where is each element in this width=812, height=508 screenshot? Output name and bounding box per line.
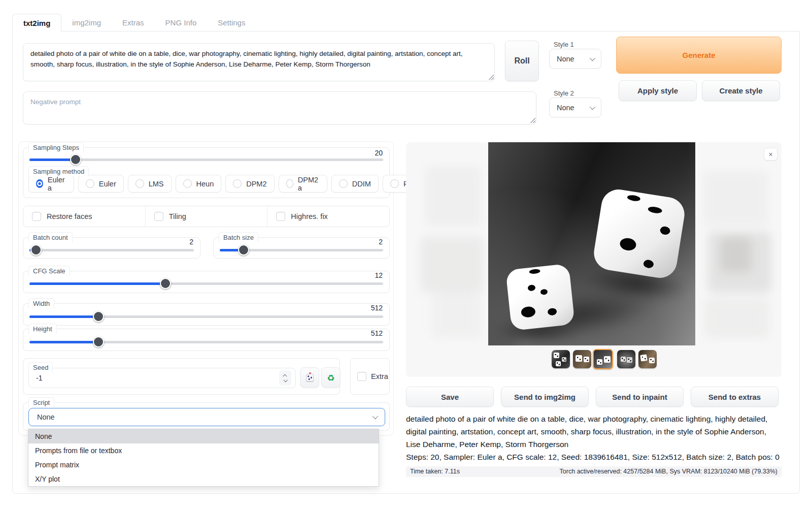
script-value: None	[37, 413, 373, 421]
result-params-text: Steps: 20, Sampler: Euler a, CFG scale: …	[406, 451, 782, 463]
radio-dpm2[interactable]: DPM2	[225, 175, 274, 193]
sampling-method-radios: Euler a Euler LMS Heun DPM2 DPM2 a DDIM …	[28, 175, 384, 193]
radio-euler[interactable]: Euler	[78, 175, 124, 193]
step-up-icon[interactable]	[283, 374, 287, 378]
slider-track[interactable]	[29, 282, 383, 285]
slider-thumb[interactable]	[93, 336, 104, 347]
batch-size-slider[interactable]	[220, 244, 383, 256]
checkbox-icon[interactable]	[154, 212, 163, 221]
slider-thumb[interactable]	[70, 154, 81, 165]
die-left	[505, 264, 575, 331]
radio-dpm2-a[interactable]: DPM2 a	[279, 175, 327, 193]
cfg-scale-label: CFG Scale	[28, 266, 70, 276]
radio-icon	[286, 179, 293, 188]
step-down-icon[interactable]	[283, 378, 287, 382]
slider-thumb[interactable]	[238, 244, 249, 256]
radio-label: Euler	[99, 180, 116, 188]
tab-png-info[interactable]: PNG Info	[155, 14, 208, 31]
slider-thumb[interactable]	[160, 278, 171, 289]
height-label: Height	[28, 324, 57, 334]
batch-size-label: Batch size	[219, 232, 258, 242]
tab-extras[interactable]: Extras	[112, 14, 155, 31]
sampling-group: Sampling Steps 20 Sampling method Euler …	[23, 147, 390, 198]
batch-size-group: Batch size 2	[213, 237, 390, 259]
checkbox-icon[interactable]	[276, 212, 285, 221]
radio-ddim[interactable]: DDIM	[331, 175, 379, 193]
tiling-option[interactable]: Tiling	[145, 206, 267, 227]
style2-select[interactable]: None	[549, 98, 601, 117]
slider-track[interactable]	[29, 249, 194, 251]
height-slider[interactable]	[29, 336, 383, 347]
generated-image[interactable]	[488, 142, 695, 345]
seed-input[interactable]	[28, 368, 296, 388]
seed-stepper[interactable]	[279, 370, 291, 386]
slider-thumb[interactable]	[93, 311, 104, 322]
blurred-preview-right	[698, 150, 776, 343]
tab-settings[interactable]: Settings	[207, 14, 256, 31]
blurred-preview-left	[411, 150, 487, 343]
negative-prompt-input[interactable]	[23, 91, 536, 124]
tab-txt2img[interactable]: txt2img	[12, 14, 61, 32]
sampling-steps-slider[interactable]	[29, 154, 383, 165]
reuse-seed-button[interactable]: ♻	[321, 367, 341, 388]
roll-button[interactable]: Roll	[505, 41, 539, 81]
style1-select[interactable]: None	[549, 49, 601, 69]
script-option-prompt-matrix[interactable]: Prompt matrix	[28, 458, 379, 472]
radio-label: DDIM	[352, 180, 371, 188]
tab-bar: txt2img img2img Extras PNG Info Settings	[12, 14, 256, 31]
cfg-scale-group: CFG Scale 12	[23, 271, 390, 293]
highres-fix-option[interactable]: Highres. fix	[267, 206, 389, 227]
height-group: Height 512	[23, 329, 390, 351]
width-label: Width	[28, 298, 54, 308]
width-slider[interactable]	[29, 311, 383, 322]
radio-selected-icon	[36, 179, 43, 188]
gallery-thumbnail-3-selected[interactable]	[593, 349, 613, 369]
gallery-thumbnail-4[interactable]	[617, 350, 635, 368]
result-prompt-text: detailed photo of a pair of white die on…	[406, 412, 782, 451]
radio-lms[interactable]: LMS	[128, 175, 172, 193]
generate-button[interactable]: Generate	[616, 37, 782, 74]
script-option-xy-plot[interactable]: X/Y plot	[28, 472, 379, 486]
gallery-thumbnail-1[interactable]	[552, 350, 570, 368]
slider-track[interactable]	[29, 341, 383, 343]
script-select[interactable]: None	[28, 408, 385, 426]
radio-icon	[86, 179, 94, 188]
cfg-scale-slider[interactable]	[29, 278, 383, 289]
chevron-down-icon	[373, 414, 378, 419]
radio-label: DPM2	[246, 180, 266, 188]
slider-thumb[interactable]	[30, 244, 42, 256]
extra-option[interactable]: Extra	[351, 359, 389, 394]
slider-track[interactable]	[29, 158, 383, 161]
prompt-input[interactable]: detailed photo of a pair of white die on…	[23, 43, 495, 81]
gallery-thumbnail-5[interactable]	[638, 350, 657, 368]
restore-faces-option[interactable]: Restore faces	[23, 206, 145, 227]
create-style-button[interactable]: Create style	[702, 80, 780, 101]
script-option-prompts-file[interactable]: Prompts from file or textbox	[28, 443, 379, 458]
style1-label: Style 1	[554, 41, 574, 48]
sampling-method-label: Sampling method	[28, 166, 89, 176]
radio-heun[interactable]: Heun	[176, 175, 222, 193]
radio-icon	[339, 179, 348, 188]
apply-style-button[interactable]: Apply style	[619, 80, 697, 101]
chevron-down-icon	[590, 104, 595, 109]
send-to-inpaint-button[interactable]: Send to inpaint	[596, 387, 684, 407]
script-dropdown-menu: None Prompts from file or textbox Prompt…	[28, 429, 379, 487]
send-to-img2img-button[interactable]: Send to img2img	[501, 387, 589, 407]
tab-img2img[interactable]: img2img	[61, 14, 112, 31]
seed-group: Seed ♻	[23, 358, 340, 395]
random-seed-button[interactable]	[300, 367, 319, 388]
style2-value: None	[557, 104, 590, 112]
batch-count-slider[interactable]	[29, 244, 194, 256]
gallery-thumbnail-2[interactable]	[573, 350, 591, 368]
close-icon[interactable]: ×	[764, 148, 777, 161]
result-footer: Time taken: 7.11s Torch active/reserved:…	[406, 466, 782, 477]
checkbox-icon[interactable]	[357, 372, 366, 381]
slider-track[interactable]	[29, 315, 383, 318]
recycle-icon: ♻	[327, 373, 334, 383]
save-button[interactable]: Save	[406, 387, 494, 407]
script-option-none[interactable]: None	[28, 429, 379, 443]
send-to-extras-button[interactable]: Send to extras	[691, 387, 779, 407]
radio-icon	[390, 179, 399, 188]
radio-euler-a[interactable]: Euler a	[28, 175, 74, 193]
checkbox-icon[interactable]	[32, 212, 41, 221]
